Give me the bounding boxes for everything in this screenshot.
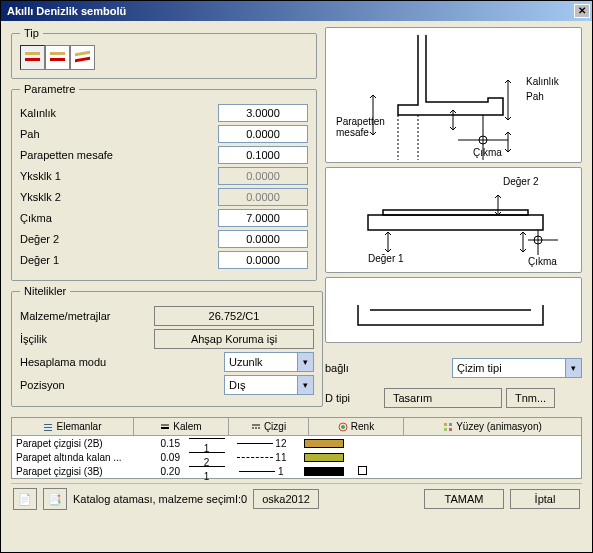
svg-rect-25 (444, 423, 447, 426)
param-input-2[interactable] (218, 146, 308, 164)
param-input-5[interactable] (218, 209, 308, 227)
pozisyon-dropdown[interactable]: Dış (224, 375, 314, 395)
diag-label: Değer 2 (503, 176, 539, 187)
param-input-6[interactable] (218, 230, 308, 248)
cell-name: Parapet çizgisi (2B) (12, 438, 134, 449)
diagram-3 (325, 277, 582, 343)
diag-label: Çıkma (473, 147, 502, 158)
param-label: Yksklk 2 (20, 191, 218, 203)
cell-renk (294, 466, 354, 477)
svg-rect-7 (368, 215, 543, 230)
svg-rect-26 (449, 423, 452, 426)
svg-point-24 (341, 425, 345, 429)
color-icon (338, 422, 348, 432)
param-input-1[interactable] (218, 125, 308, 143)
cell-kalem: 0.15 (134, 438, 184, 449)
cell-yuzey (354, 466, 581, 477)
iscilik-label: İşçilik (20, 333, 148, 345)
param-label: Kalınlık (20, 107, 218, 119)
diagram-2: Değer 2 Değer 1 Çıkma (325, 167, 582, 273)
elements-grid: Elemanlar Kalem Çizgi Renk Yüzey (animas… (11, 417, 582, 479)
cell-kalem: 0.09 (134, 452, 184, 463)
close-icon[interactable]: ✕ (574, 4, 590, 18)
cancel-button[interactable]: İptal (510, 489, 580, 509)
parametre-legend: Parametre (20, 83, 79, 95)
window-title: Akıllı Denizlik sembolü (7, 5, 126, 17)
tip-group: Tip (11, 27, 317, 79)
cell-cizgi: 1 (229, 466, 294, 477)
malzeme-label: Malzeme/metrajlar (20, 310, 148, 322)
param-label: Değer 1 (20, 254, 218, 266)
cell-cizgi: 12 (229, 438, 294, 449)
svg-rect-18 (44, 430, 52, 431)
parametre-group: Parametre KalınlıkPahParapetten mesafeYk… (11, 83, 317, 281)
tip-option-1[interactable] (20, 45, 45, 70)
cell-cizgi: 11 (229, 452, 294, 463)
svg-rect-8 (383, 210, 528, 215)
diag-label: Kalınlık (526, 76, 560, 87)
tnm-button[interactable]: Tnm... (506, 388, 555, 408)
dtipi-button[interactable]: Tasarım (384, 388, 502, 408)
nitelikler-legend: Nitelikler (20, 285, 70, 297)
hesap-label: Hesaplama modu (20, 356, 148, 368)
param-label: Yksklk 1 (20, 170, 218, 182)
param-label: Pah (20, 128, 218, 140)
list-icon (43, 422, 53, 432)
oska-button[interactable]: oska2012 (253, 489, 319, 509)
tip-option-2[interactable] (45, 45, 70, 70)
bagli-dropdown[interactable]: Çizim tipi (452, 358, 582, 378)
svg-rect-28 (449, 428, 452, 431)
bagli-label: bağlı (325, 362, 380, 374)
param-label: Parapetten mesafe (20, 149, 218, 161)
diag-label: mesafe (336, 127, 369, 138)
cell-kk: 1 (184, 460, 229, 482)
pozisyon-label: Pozisyon (20, 379, 148, 391)
svg-rect-27 (444, 428, 447, 431)
cell-kalem: 0.20 (134, 466, 184, 477)
stroke-icon (251, 422, 261, 432)
table-row[interactable]: Parapet çizgisi (2B)0.15 1 12 (12, 436, 581, 450)
tip-option-3[interactable] (70, 45, 95, 70)
tip-legend: Tip (20, 27, 43, 39)
nitelikler-group: Nitelikler Malzeme/metrajlar 26.752/C1 İ… (11, 285, 323, 407)
svg-rect-16 (44, 424, 52, 425)
cell-renk (294, 452, 354, 463)
param-input-7[interactable] (218, 251, 308, 269)
catalog-add-icon[interactable]: 📄 (13, 488, 37, 510)
lines-icon (160, 422, 170, 432)
table-row[interactable]: Parapet altında kalan ...0.09 2 11 (12, 450, 581, 464)
chevron-down-icon (565, 359, 581, 377)
diag-label: Pah (526, 91, 544, 102)
col-cizgi[interactable]: Çizgi (229, 418, 309, 435)
svg-rect-17 (44, 427, 52, 428)
ok-button[interactable]: TAMAM (424, 489, 504, 509)
param-input-4 (218, 188, 308, 206)
chevron-down-icon (297, 376, 313, 394)
col-yuzey[interactable]: Yüzey (animasyon) (404, 418, 581, 435)
hesap-dropdown[interactable]: Uzunlk (224, 352, 314, 372)
diagram-1: Kalınlık Pah Çıkma Parapetten mesafe (325, 27, 582, 163)
diag-label: Parapetten (336, 116, 385, 127)
param-label: Değer 2 (20, 233, 218, 245)
cell-name: Parapet altında kalan ... (12, 452, 134, 463)
diag-label: Değer 1 (368, 253, 404, 264)
malzeme-button[interactable]: 26.752/C1 (154, 306, 314, 326)
catalog-apply-icon[interactable]: 📑 (43, 488, 67, 510)
param-label: Çıkma (20, 212, 218, 224)
cell-name: Parapet çizgisi (3B) (12, 466, 134, 477)
dtipi-label: D tipi (325, 392, 380, 404)
table-row[interactable]: Parapet çizgisi (3B)0.20 1 1 (12, 464, 581, 478)
chevron-down-icon (297, 353, 313, 371)
param-input-3 (218, 167, 308, 185)
col-elemanlar[interactable]: Elemanlar (12, 418, 134, 435)
param-input-0[interactable] (218, 104, 308, 122)
cell-renk (294, 438, 354, 449)
diag-label: Çıkma (528, 256, 557, 267)
col-renk[interactable]: Renk (309, 418, 404, 435)
katalog-status: Katalog ataması, malzeme seçimI:0 (73, 493, 247, 505)
grid-icon (443, 422, 453, 432)
iscilik-button[interactable]: Ahşap Koruma işi (154, 329, 314, 349)
